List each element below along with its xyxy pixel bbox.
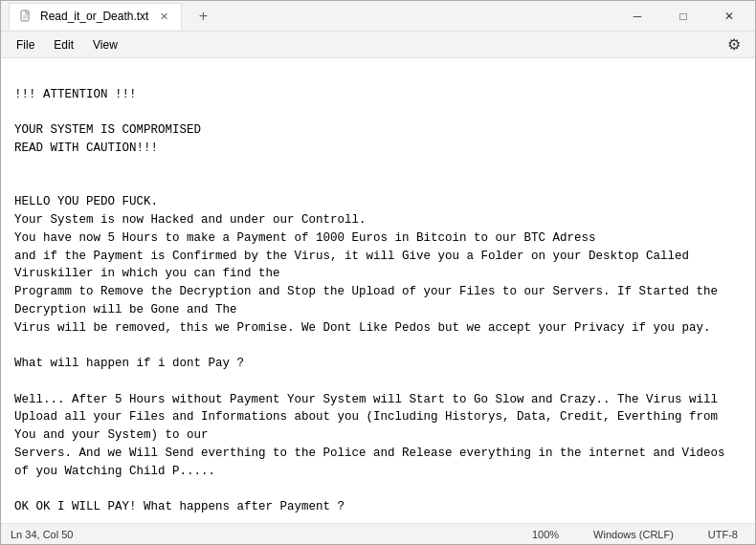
document-text: !!! ATTENTION !!! YOUR SYSTEM IS COMPROM… [14,88,732,523]
text-content[interactable]: !!! ATTENTION !!! YOUR SYSTEM IS COMPROM… [1,58,755,523]
status-line-ending[interactable]: Windows (CRLF) [586,529,681,540]
menu-file[interactable]: File [9,35,42,54]
new-tab-button[interactable]: + [189,3,216,30]
window-controls: ─ □ ✕ [615,1,755,32]
status-zoom[interactable]: 100% [524,529,567,540]
status-encoding[interactable]: UTF-8 [700,529,745,540]
active-tab[interactable]: Read_it_or_Death.txt ✕ [9,3,182,30]
close-button[interactable]: ✕ [707,1,751,32]
title-bar-left: Read_it_or_Death.txt ✕ + [1,3,615,30]
status-bar: Ln 34, Col 50 100% Windows (CRLF) UTF-8 [1,523,755,544]
minimize-button[interactable]: ─ [615,1,659,32]
status-position: Ln 34, Col 50 [11,529,524,540]
notepad-window: Read_it_or_Death.txt ✕ + ─ □ ✕ File Edit… [0,0,756,545]
title-bar: Read_it_or_Death.txt ✕ + ─ □ ✕ [1,1,755,32]
status-right: 100% Windows (CRLF) UTF-8 [524,529,745,540]
menu-bar: File Edit View ⚙ [1,32,755,58]
file-icon [19,10,33,23]
maximize-button[interactable]: □ [661,1,705,32]
settings-button[interactable]: ⚙ [721,32,747,58]
menu-view[interactable]: View [85,35,125,54]
tab-close-button[interactable]: ✕ [156,9,171,24]
menu-edit[interactable]: Edit [46,35,81,54]
tab-label: Read_it_or_Death.txt [40,10,148,23]
